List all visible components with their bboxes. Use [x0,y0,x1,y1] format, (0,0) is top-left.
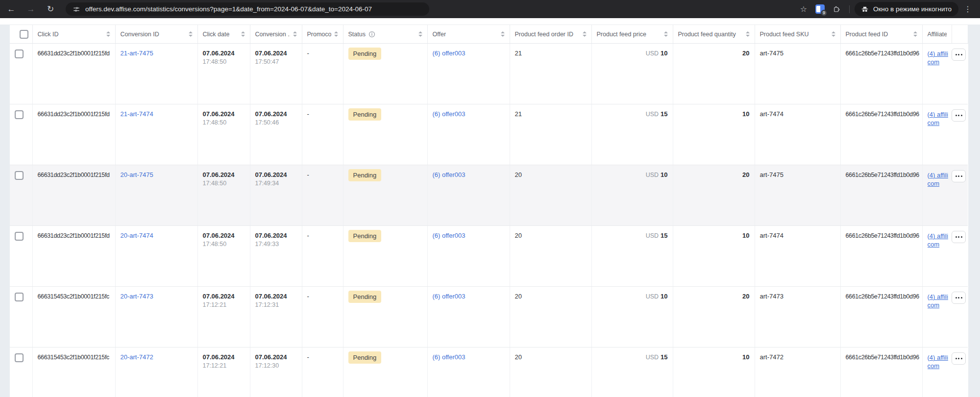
row-checkbox[interactable] [15,110,24,119]
col-feed-sku[interactable]: Product feed SKU [755,25,840,44]
browser-toolbar: ← → ↻ offers.dev.affise.com/statistics/c… [0,0,980,18]
sort-icon [186,31,193,37]
reload-icon[interactable]: ↻ [42,2,59,17]
sort-icon [103,31,110,37]
affiliate-link[interactable]: (4) affili [928,171,952,179]
conversion-id-link[interactable]: 20-art-7474 [121,232,153,239]
row-actions-button[interactable] [952,352,966,365]
feed-quantity: 20 [678,171,750,178]
feed-quantity: 10 [678,110,750,118]
click-date: 07.06.2024 [203,171,245,178]
row-actions-button[interactable] [952,109,966,122]
conversion-id-link[interactable]: 21-art-7474 [121,110,153,118]
sort-icon [661,31,668,37]
offer-link[interactable]: (6) offer003 [433,171,466,178]
site-info-icon[interactable] [73,5,80,13]
col-feed-price[interactable]: Product feed price [591,25,673,44]
conversion-date: 07.06.2024 [255,353,297,361]
ellipsis-icon [956,115,957,116]
conversion-id-link[interactable]: 20-art-7475 [121,171,153,178]
conversion-time: 17:49:34 [255,180,297,187]
row-checkbox[interactable] [15,293,24,301]
extension-badge: 9 [821,10,827,16]
affiliate-link[interactable]: (4) affili [928,232,952,240]
feed-order-id: 20 [515,232,522,239]
toolbar-separator [849,5,850,13]
row-checkbox[interactable] [15,232,24,241]
col-feed-id[interactable]: Product feed ID [840,25,922,44]
sort-icon [910,31,917,37]
click-date: 07.06.2024 [203,293,245,300]
click-id: 66631dd23c2f1b0001f215fd [38,111,110,118]
col-status[interactable]: Status [343,25,427,44]
price-currency: USD [646,293,659,300]
affiliate-link-line2[interactable]: com [928,362,952,370]
conversion-time: 17:50:46 [255,119,297,126]
affiliate-link[interactable]: (4) affili [928,50,952,58]
promocode: - [307,293,309,300]
address-bar[interactable]: offers.dev.affise.com/statistics/convers… [66,2,429,16]
affiliate-link-line2[interactable]: com [928,179,952,188]
row-checkbox[interactable] [15,171,24,180]
click-time: 17:48:50 [203,119,245,126]
col-feed-quantity[interactable]: Product feed quantity [673,25,755,44]
row-actions-button[interactable] [952,49,966,61]
col-click-id[interactable]: Click ID [32,25,115,44]
offer-link[interactable]: (6) offer003 [433,232,466,239]
sort-icon [743,31,750,37]
row-actions-button[interactable] [952,292,966,304]
col-conversion-id[interactable]: Conversion ID [115,25,197,44]
col-click-date[interactable]: Click date [197,25,250,44]
table-row: 66631dd23c2f1b0001f215fd 20-art-7475 07.… [10,165,968,226]
extensions-puzzle-icon[interactable] [830,2,844,17]
offer-link[interactable]: (6) offer003 [433,353,466,361]
status-badge: Pending [348,230,382,242]
browser-menu-icon[interactable]: ⋮ [960,2,975,17]
sort-icon [238,31,245,37]
incognito-badge: Окно в режиме инкогнито [855,2,958,16]
conversion-id-link[interactable]: 20-art-7472 [121,353,153,361]
feed-id: 6661c26b5e71243ffd1b0d96 [846,293,919,300]
row-actions-button[interactable] [952,231,966,243]
forward-icon[interactable]: → [23,2,39,17]
back-icon[interactable]: ← [3,2,20,17]
feed-id: 6661c26b5e71243ffd1b0d96 [846,354,919,361]
col-promocode[interactable]: Promoco... [302,25,343,44]
affiliate-link-line2[interactable]: com [928,240,952,248]
conversion-id-link[interactable]: 20-art-7473 [121,293,153,300]
sort-icon [580,31,587,37]
col-offer[interactable]: Offer [427,25,510,44]
affiliate-link[interactable]: (4) affili [928,353,952,362]
password-extension-icon[interactable]: 9 [813,2,828,17]
affiliate-link[interactable]: (4) affili [928,110,952,119]
conversion-date: 07.06.2024 [255,110,297,118]
price-value: 10 [661,171,667,178]
price-value: 10 [661,293,667,300]
offer-link[interactable]: (6) offer003 [433,50,466,57]
offer-link[interactable]: (6) offer003 [433,110,466,118]
bookmark-star-icon[interactable]: ☆ [796,2,811,17]
affiliate-link-line2[interactable]: com [928,301,952,309]
incognito-icon [860,5,869,14]
col-conversion-date[interactable]: Conversion ... [250,25,302,44]
click-time: 17:48:50 [203,180,245,187]
offer-link[interactable]: (6) offer003 [433,293,466,300]
row-checkbox[interactable] [15,50,24,58]
conversion-time: 17:12:30 [255,362,297,369]
row-checkbox[interactable] [15,353,24,362]
affiliate-link[interactable]: (4) affili [928,293,952,301]
click-time: 17:12:21 [203,301,245,308]
affiliate-link-line2[interactable]: com [928,58,952,66]
affiliate-link-line2[interactable]: com [928,119,952,127]
click-date: 07.06.2024 [203,110,245,118]
row-actions-button[interactable] [952,170,966,182]
select-all-checkbox[interactable] [20,30,28,39]
conversion-id-link[interactable]: 21-art-7475 [121,50,153,57]
col-affiliate[interactable]: Affiliate [922,25,952,44]
sort-icon [290,31,297,37]
click-id: 66631dd23c2f1b0001f215fd [38,172,110,178]
feed-sku: art-7472 [760,353,784,361]
conversion-time: 17:12:31 [255,301,297,308]
col-feed-order-id[interactable]: Product feed order ID [510,25,591,44]
conversion-date: 07.06.2024 [255,293,297,300]
